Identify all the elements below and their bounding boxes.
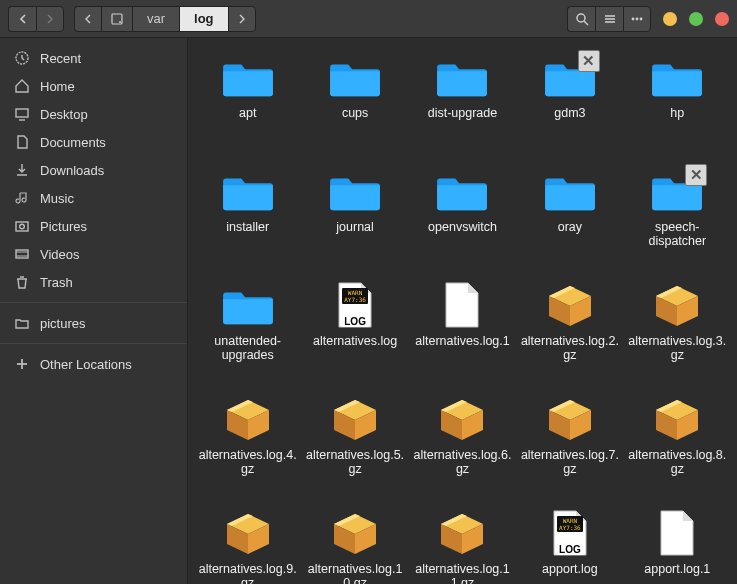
file-label: apport.log.1 — [644, 562, 710, 576]
svg-rect-11 — [16, 109, 28, 117]
disk-icon — [110, 12, 124, 26]
videos-icon — [14, 246, 30, 262]
sidebar-item-pictures[interactable]: pictures — [0, 309, 187, 337]
sidebar-item-music[interactable]: Music — [0, 184, 187, 212]
nav-back-button[interactable] — [8, 6, 36, 32]
sidebar-item-other-locations[interactable]: Other Locations — [0, 350, 187, 378]
nav-forward-button[interactable] — [36, 6, 64, 32]
file-item[interactable]: oray — [518, 164, 621, 272]
plus-icon — [14, 356, 30, 372]
folder-icon: ✕ — [542, 52, 598, 102]
folder-icon: ✕ — [649, 166, 705, 216]
more-icon — [630, 12, 644, 26]
path-segment-disk[interactable] — [101, 6, 132, 32]
file-item[interactable]: unattended-upgrades — [196, 278, 299, 386]
file-item[interactable]: alternatives.log.9.gz — [196, 506, 299, 584]
home-icon — [14, 78, 30, 94]
file-item[interactable]: ✕gdm3 — [518, 50, 621, 158]
nav-back-forward-group — [8, 6, 64, 32]
file-item[interactable]: alternatives.log.1 — [411, 278, 514, 386]
more-options-button[interactable] — [623, 6, 651, 32]
sidebar-item-label: Pictures — [40, 219, 87, 234]
folder-icon — [220, 280, 276, 330]
file-label: alternatives.log.9.gz — [198, 562, 298, 584]
file-label: apport.log — [542, 562, 598, 576]
file-label: gdm3 — [554, 106, 585, 120]
file-item[interactable]: alternatives.log.11.gz — [411, 506, 514, 584]
downloads-icon — [14, 162, 30, 178]
sidebar-item-label: Music — [40, 191, 74, 206]
svg-point-9 — [640, 17, 643, 20]
svg-point-14 — [20, 224, 25, 229]
path-segment-var[interactable]: var — [132, 6, 179, 32]
file-item[interactable]: alternatives.log.5.gz — [303, 392, 406, 500]
sidebar-item-label: Downloads — [40, 163, 104, 178]
file-item[interactable]: apport.log.1 — [626, 506, 729, 584]
file-label: alternatives.log.6.gz — [412, 448, 512, 477]
sidebar-item-pictures[interactable]: Pictures — [0, 212, 187, 240]
sidebar-item-label: Trash — [40, 275, 73, 290]
path-segment-nav-back-small[interactable] — [74, 6, 101, 32]
window-maximize-button[interactable] — [689, 12, 703, 26]
file-item[interactable]: alternatives.log.7.gz — [518, 392, 621, 500]
file-item[interactable]: WARNAY7:36LOGapport.log — [518, 506, 621, 584]
folder-icon — [220, 166, 276, 216]
chevron-right-icon — [44, 13, 56, 25]
file-item[interactable]: WARNAY7:36LOGalternatives.log — [303, 278, 406, 386]
file-label: journal — [336, 220, 374, 234]
file-item[interactable]: alternatives.log.8.gz — [626, 392, 729, 500]
file-item[interactable]: alternatives.log.6.gz — [411, 392, 514, 500]
path-right-icon — [237, 14, 247, 24]
archive-icon — [220, 508, 276, 558]
sidebar-item-documents[interactable]: Documents — [0, 128, 187, 156]
path-segment-log[interactable]: log — [179, 6, 228, 32]
svg-point-7 — [632, 17, 635, 20]
sidebar-item-videos[interactable]: Videos — [0, 240, 187, 268]
main-body: RecentHomeDesktopDocumentsDownloadsMusic… — [0, 38, 737, 584]
file-item[interactable]: alternatives.log.4.gz — [196, 392, 299, 500]
file-label: speech-dispatcher — [627, 220, 727, 249]
file-item[interactable]: alternatives.log.3.gz — [626, 278, 729, 386]
file-label: openvswitch — [428, 220, 497, 234]
list-view-button[interactable] — [595, 6, 623, 32]
file-item[interactable]: openvswitch — [411, 164, 514, 272]
file-item[interactable]: installer — [196, 164, 299, 272]
folder-icon — [327, 52, 383, 102]
folder-icon — [649, 52, 705, 102]
archive-icon — [220, 394, 276, 444]
file-item[interactable]: hp — [626, 50, 729, 158]
documents-icon — [14, 134, 30, 150]
window-close-button[interactable] — [715, 12, 729, 26]
file-item[interactable]: ✕speech-dispatcher — [626, 164, 729, 272]
file-item[interactable]: apt — [196, 50, 299, 158]
search-button[interactable] — [567, 6, 595, 32]
archive-icon — [434, 394, 490, 444]
file-label: hp — [670, 106, 684, 120]
path-segment-nav-fwd-small[interactable] — [228, 6, 256, 32]
file-item[interactable]: dist-upgrade — [411, 50, 514, 158]
file-item[interactable]: journal — [303, 164, 406, 272]
svg-point-1 — [119, 21, 121, 23]
sidebar-item-recent[interactable]: Recent — [0, 44, 187, 72]
file-label: alternatives.log — [313, 334, 397, 348]
file-item[interactable]: cups — [303, 50, 406, 158]
music-icon — [14, 190, 30, 206]
sidebar-item-label: Other Locations — [40, 357, 132, 372]
file-item[interactable]: alternatives.log.2.gz — [518, 278, 621, 386]
file-label: alternatives.log.4.gz — [198, 448, 298, 477]
folder-icon — [327, 166, 383, 216]
sidebar-item-downloads[interactable]: Downloads — [0, 156, 187, 184]
folder-icon — [542, 166, 598, 216]
file-label: unattended-upgrades — [198, 334, 298, 363]
trash-icon — [14, 274, 30, 290]
file-label: alternatives.log.1 — [415, 334, 510, 348]
file-item[interactable]: alternatives.log.10.gz — [303, 506, 406, 584]
svg-point-8 — [636, 17, 639, 20]
sidebar-item-home[interactable]: Home — [0, 72, 187, 100]
window-minimize-button[interactable] — [663, 12, 677, 26]
archive-icon — [327, 394, 383, 444]
file-label: installer — [226, 220, 269, 234]
sidebar-item-trash[interactable]: Trash — [0, 268, 187, 296]
restricted-badge-icon: ✕ — [685, 164, 707, 186]
sidebar-item-desktop[interactable]: Desktop — [0, 100, 187, 128]
